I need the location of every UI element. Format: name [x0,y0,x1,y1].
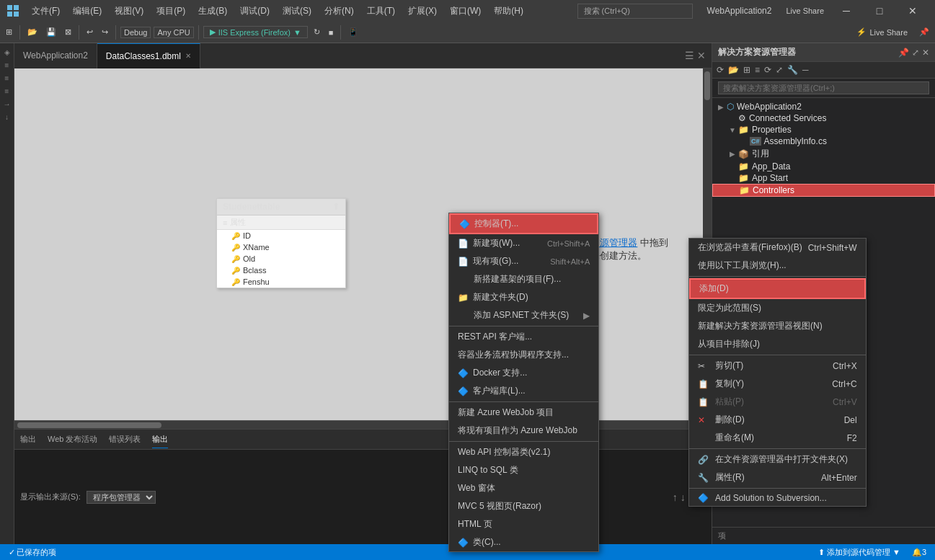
output-tab-publish[interactable]: Web 发布活动 [48,431,97,448]
toolbar-stop[interactable]: ■ [326,27,337,38]
tree-item-root[interactable]: ▶ ⬡ WebApplication2 [712,101,935,112]
output-tab-output[interactable]: 输出 [20,431,36,448]
output-tab-output2[interactable]: 输出 [152,431,168,448]
tab-webapp[interactable]: WebApplication2 [14,43,97,68]
output-tab-errors[interactable]: 错误列表 [109,431,141,448]
se-tb-icon6[interactable]: ⤢ [774,63,784,76]
tree-item-controllers[interactable]: 📁 Controllers [712,184,935,197]
toolbar-open[interactable]: 📂 [25,26,40,38]
table-collapse-icon[interactable]: ⬆ [332,202,340,212]
left-sidebar-icon5[interactable]: → [1,98,13,110]
output-icon1[interactable]: ↑ [673,492,678,503]
output-icon2[interactable]: ↓ [681,492,686,503]
cm-item-scaffold[interactable]: 新搭建基架的项目(F)... [449,270,598,288]
global-search[interactable]: 搜索 (Ctrl+Q) [577,4,693,19]
cm-item-restapi[interactable]: REST API 客户端... [449,328,598,346]
menu-help[interactable]: 帮助(H) [488,4,529,19]
tab-menu-icon[interactable]: ☰ [685,50,694,61]
se-tb-icon1[interactable]: ⟳ [715,63,725,76]
toolbar-device[interactable]: 📱 [345,26,361,38]
menu-view[interactable]: 视图(V) [109,4,149,19]
sub-item-subversion[interactable]: 🔷 Add Solution to Subversion... [689,490,866,506]
toolbar-save[interactable]: 💾 [43,26,59,38]
cm-item-linq[interactable]: LINQ to SQL 类 [449,461,598,479]
sub-item-cut[interactable]: ✂ 剪切(T) Ctrl+X [689,357,866,375]
vertical-scrollbar-thumb[interactable] [704,71,710,100]
toolbar-undo[interactable]: ↩ [84,26,96,38]
menu-extensions[interactable]: 扩展(X) [402,4,443,19]
se-tb-icon2[interactable]: 📂 [727,63,740,76]
menu-edit[interactable]: 编辑(E) [67,4,107,19]
left-sidebar-icon2[interactable]: ≡ [1,59,13,71]
horizontal-scrollbar-thumb[interactable] [17,422,161,428]
cm-item-existingitem[interactable]: 📄 现有项(G)... Shift+Alt+A [449,252,598,270]
cm-item-newitem[interactable]: 📄 新建项(W)... Ctrl+Shift+A [449,234,598,252]
output-source-dropdown[interactable]: 程序包管理器 [87,491,156,504]
toolbar-redo[interactable]: ↪ [99,26,111,38]
liveshare-button[interactable]: Live Share [786,6,824,15]
sub-item-properties[interactable]: 🔧 属性(R) Alt+Enter [689,468,866,486]
tree-item-properties[interactable]: ▼ 📁 Properties [712,124,935,135]
cm-item-docker[interactable]: 🔷 Docker 支持... [449,364,598,382]
tree-item-assembly[interactable]: C# AssemblyInfo.cs [712,135,935,147]
se-search-input[interactable] [718,81,929,94]
sub-item-open-folder[interactable]: 🔗 在文件资源管理器中打开文件夹(X) [689,450,866,468]
cm-item-clientlib[interactable]: 🔷 客户端库(L)... [449,382,598,400]
tab-close-all-icon[interactable]: ✕ [697,50,706,61]
cm-item-webapi[interactable]: Web API 控制器类(v2.1) [449,443,598,461]
menu-file[interactable]: 文件(F) [26,4,66,19]
run-button[interactable]: ▶ IIS Express (Firefox) ▼ [203,26,308,38]
status-saved[interactable]: ✓ 已保存的项 [6,547,59,558]
cm-item-controller[interactable]: 🔷 控制器(T)... [449,213,598,234]
menu-window[interactable]: 窗口(W) [444,4,487,19]
left-sidebar-icon4[interactable]: ≡ [1,85,13,97]
cm-item-aspfolder[interactable]: 添加 ASP.NET 文件夹(S) ▶ [449,306,598,324]
tab-close-icon[interactable]: ✕ [185,52,191,60]
cm-item-container[interactable]: 容器业务流程协调程序支持... [449,346,598,364]
se-tb-icon3[interactable]: ⊞ [742,63,752,76]
menu-test[interactable]: 测试(S) [277,4,317,19]
sub-item-exclude[interactable]: 从项目中排除(J) [689,335,866,353]
tree-item-appdata[interactable]: 📁 App_Data [712,161,935,172]
toolbar-saveall[interactable]: ⊠ [62,26,74,38]
sub-item-rename[interactable]: 重命名(M) F2 [689,429,866,447]
toolbar-pin[interactable]: 📌 [916,26,932,38]
minimize-button[interactable]: ─ [830,0,863,22]
menu-build[interactable]: 生成(B) [192,4,233,19]
sub-item-browser[interactable]: 在浏览器中查看(Firefox)(B) Ctrl+Shift+W [689,239,866,257]
menu-debug[interactable]: 调试(D) [234,4,275,19]
maximize-button[interactable]: □ [863,0,896,22]
cm-item-class[interactable]: 🔷 类(C)... [449,533,598,551]
add-source-control[interactable]: ⬆ 添加到源代码管理 ▼ [815,547,903,558]
sub-item-copy[interactable]: 📋 复制(Y) Ctrl+C [689,375,866,393]
se-tb-icon5[interactable]: ⟳ [763,63,773,76]
se-tb-icon7[interactable]: 🔧 [786,63,799,76]
liveshare-toolbar-button[interactable]: ⚡ Live Share [851,26,913,38]
tree-item-refs[interactable]: ▶ 📦 引用 [712,147,935,161]
tab-dataclasses[interactable]: DataClasses1.dbml ✕ [97,43,200,68]
left-sidebar-icon6[interactable]: ↓ [1,111,13,123]
se-close-icon[interactable]: ✕ [922,48,929,58]
cm-item-azurewebjob[interactable]: 新建 Azure WebJob 项目 [449,404,598,422]
cm-item-webform[interactable]: Web 窗体 [449,479,598,497]
left-sidebar-icon1[interactable]: ◈ [1,46,13,58]
menu-analyze[interactable]: 分析(N) [319,4,360,19]
sub-item-paste[interactable]: 📋 粘贴(P) Ctrl+V [689,393,866,411]
se-tb-icon4[interactable]: ≡ [753,63,761,76]
toolbar-refresh[interactable]: ↻ [311,26,323,38]
se-tb-icon8[interactable]: ─ [801,63,810,76]
notifications[interactable]: 🔔3 [909,548,929,557]
sub-item-add[interactable]: 添加(D) [689,278,866,299]
close-button[interactable]: ✕ [896,0,929,22]
tree-item-appstart[interactable]: 📁 App Start [712,172,935,184]
cm-item-html[interactable]: HTML 页 [449,515,598,533]
toolbar-new[interactable]: ⊞ [3,26,15,38]
menu-project[interactable]: 项目(P) [151,4,191,19]
sub-item-delete[interactable]: ✕ 删除(D) Del [689,411,866,429]
sub-item-new-view[interactable]: 新建解决方案资源管理器视图(N) [689,317,866,335]
se-expand-icon[interactable]: ⤢ [912,48,919,58]
se-pin-icon[interactable]: 📌 [898,48,909,58]
left-sidebar-icon3[interactable]: ≡ [1,72,13,84]
cm-item-newfolder[interactable]: 📁 新建文件夹(D) [449,288,598,306]
tree-item-connected-services[interactable]: ⚙ Connected Services [712,112,935,124]
